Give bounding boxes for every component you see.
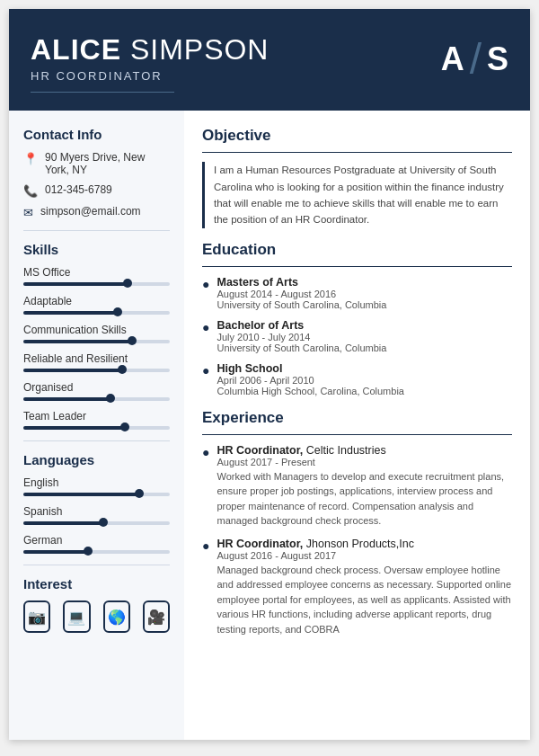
skill-bar-bg bbox=[23, 369, 170, 372]
skill-bar-fill bbox=[23, 282, 128, 286]
resume-body: Contact Info 📍 90 Myers Drive, New York,… bbox=[9, 111, 530, 740]
edu-date: July 2010 - July 2014 bbox=[216, 332, 386, 342]
skill-bar-fill bbox=[23, 397, 111, 401]
experience-item: ● HR Coordinator, Celtic Industries Augu… bbox=[202, 444, 512, 529]
languages-divider bbox=[23, 440, 170, 441]
edu-degree: Masters of Arts bbox=[216, 276, 386, 289]
language-bar-fill bbox=[23, 493, 140, 496]
language-bar-fill bbox=[23, 521, 104, 525]
skills-container: MS OfficeAdaptableCommunication SkillsRe… bbox=[23, 266, 170, 430]
languages-section-title: Languages bbox=[23, 452, 170, 467]
edu-content: Masters of Arts August 2014 - August 201… bbox=[216, 276, 386, 310]
contact-email: ✉ simpson@email.com bbox=[23, 205, 170, 219]
exp-date: August 2017 - Present bbox=[216, 457, 512, 467]
education-divider bbox=[202, 266, 512, 267]
skill-bar-bg bbox=[23, 282, 170, 286]
edu-school: University of South Carolina, Columbia bbox=[216, 299, 386, 310]
edu-degree: Bachelor of Arts bbox=[216, 319, 386, 332]
interest-icons: 📷 💻 🌎 🎥 bbox=[23, 600, 170, 633]
skill-bar-bg bbox=[23, 426, 170, 430]
sidebar: Contact Info 📍 90 Myers Drive, New York,… bbox=[9, 111, 184, 740]
education-title: Education bbox=[202, 241, 512, 259]
address-text: 90 Myers Drive, New York, NY bbox=[45, 151, 170, 176]
skills-section-title: Skills bbox=[23, 242, 170, 257]
skill-bar-bg bbox=[23, 397, 170, 401]
header-left: ALICE SIMPSON HR COORDINATOR bbox=[31, 34, 269, 93]
video-icon: 🎥 bbox=[143, 600, 170, 633]
skill-label: Communication Skills bbox=[23, 324, 170, 336]
exp-date: August 2016 - August 2017 bbox=[216, 550, 512, 561]
skill-bar-fill bbox=[23, 311, 119, 315]
languages-container: EnglishSpanishGerman bbox=[23, 476, 170, 554]
edu-content: High School April 2006 - April 2010 Colu… bbox=[216, 362, 404, 396]
language-bar-fill bbox=[23, 550, 89, 554]
language-bar-bg bbox=[23, 550, 170, 554]
edu-date: August 2014 - August 2016 bbox=[216, 289, 386, 299]
skill-label: Adaptable bbox=[23, 295, 170, 307]
exp-bullet: ● bbox=[202, 538, 209, 637]
experience-container: ● HR Coordinator, Celtic Industries Augu… bbox=[202, 444, 512, 637]
interest-divider bbox=[23, 565, 170, 565]
phone-icon: 📞 bbox=[23, 184, 38, 198]
header-name: ALICE SIMPSON bbox=[31, 34, 269, 66]
interest-section-title: Interest bbox=[23, 576, 170, 591]
language-label: English bbox=[23, 476, 170, 489]
education-item: ● Masters of Arts August 2014 - August 2… bbox=[202, 276, 512, 310]
resume-header: ALICE SIMPSON HR COORDINATOR A / S bbox=[9, 9, 530, 111]
camera-icon: 📷 bbox=[23, 600, 50, 633]
exp-title: HR Coordinator, Celtic Industries bbox=[216, 444, 512, 457]
edu-school: Columbia High School, Carolina, Columbia bbox=[216, 386, 404, 396]
exp-content: HR Coordinator, Celtic Industries August… bbox=[216, 444, 512, 529]
contact-section-title: Contact Info bbox=[23, 127, 170, 142]
email-text: simpson@email.com bbox=[40, 205, 141, 218]
education-container: ● Masters of Arts August 2014 - August 2… bbox=[202, 276, 512, 396]
edu-school: University of South Carolina, Columbia bbox=[216, 342, 386, 353]
experience-divider bbox=[202, 434, 512, 435]
main-content: Objective I am a Human Resources Postgra… bbox=[184, 111, 530, 740]
skill-bar-bg bbox=[23, 340, 170, 343]
skill-label: Reliable and Resilient bbox=[23, 352, 170, 365]
skill-label: Team Leader bbox=[23, 410, 170, 422]
edu-bullet: ● bbox=[202, 320, 209, 353]
computer-icon: 💻 bbox=[63, 600, 90, 633]
objective-divider bbox=[202, 152, 512, 153]
edu-bullet: ● bbox=[202, 363, 209, 396]
monogram-slash: / bbox=[470, 38, 482, 81]
globe-icon: 🌎 bbox=[103, 600, 130, 633]
edu-bullet: ● bbox=[202, 277, 209, 310]
language-label: German bbox=[23, 534, 170, 547]
skill-bar-fill bbox=[23, 426, 126, 430]
phone-text: 012-345-6789 bbox=[45, 183, 112, 196]
exp-company: Jhonson Products,Inc bbox=[306, 538, 414, 550]
skill-bar-bg bbox=[23, 311, 170, 315]
education-item: ● High School April 2006 - April 2010 Co… bbox=[202, 362, 512, 396]
edu-content: Bachelor of Arts July 2010 - July 2014 U… bbox=[216, 319, 386, 353]
language-bar-bg bbox=[23, 521, 170, 525]
exp-content: HR Coordinator, Jhonson Products,Inc Aug… bbox=[216, 538, 512, 637]
monogram-second: S bbox=[487, 40, 508, 78]
experience-item: ● HR Coordinator, Jhonson Products,Inc A… bbox=[202, 538, 512, 637]
contact-phone: 📞 012-345-6789 bbox=[23, 183, 170, 198]
objective-title: Objective bbox=[202, 127, 512, 145]
header-divider bbox=[31, 92, 174, 93]
skill-label: MS Office bbox=[23, 266, 170, 279]
language-bar-bg bbox=[23, 493, 170, 496]
exp-title: HR Coordinator, Jhonson Products,Inc bbox=[216, 538, 512, 550]
email-icon: ✉ bbox=[23, 206, 33, 219]
edu-degree: High School bbox=[216, 362, 404, 375]
header-monogram: A / S bbox=[441, 38, 508, 81]
header-title: HR COORDINATOR bbox=[31, 69, 269, 83]
skills-divider bbox=[23, 230, 170, 231]
objective-text: I am a Human Resources Postgraduate at U… bbox=[202, 162, 512, 228]
location-icon: 📍 bbox=[23, 152, 38, 165]
language-label: Spanish bbox=[23, 505, 170, 518]
education-item: ● Bachelor of Arts July 2010 - July 2014… bbox=[202, 319, 512, 353]
exp-bullet: ● bbox=[202, 445, 209, 529]
skill-bar-fill bbox=[23, 340, 133, 343]
edu-date: April 2006 - April 2010 bbox=[216, 375, 404, 386]
exp-desc: Managed background check process. Oversa… bbox=[216, 563, 512, 637]
exp-company: Celtic Industries bbox=[306, 444, 386, 457]
exp-desc: Worked with Managers to develop and exec… bbox=[216, 469, 512, 529]
skill-label: Organised bbox=[23, 381, 170, 394]
contact-address: 📍 90 Myers Drive, New York, NY bbox=[23, 151, 170, 176]
